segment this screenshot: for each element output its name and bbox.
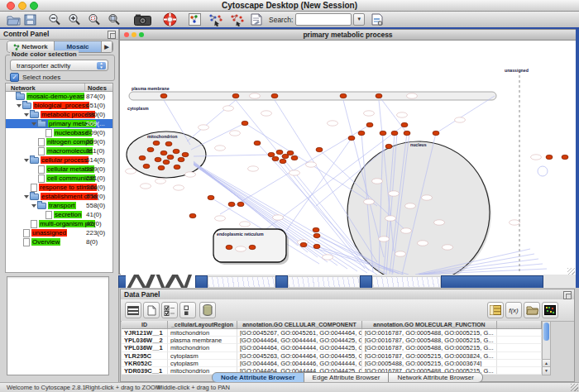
birdseye-navigator[interactable] — [7, 276, 109, 375]
graph-node[interactable] — [271, 93, 278, 98]
table-column-header[interactable]: _cellularLayoutRegion — [168, 321, 237, 329]
save-icon[interactable] — [24, 12, 36, 27]
table-cell[interactable]: [GO:0005488, GO:0005215, GO:0003674] — [362, 360, 497, 367]
table-cell[interactable]: YLR295C — [122, 352, 168, 360]
table-row[interactable]: YPL036W__2plasma membrane[GO:0044464, GO… — [122, 337, 542, 344]
minimized-window-chip[interactable] — [275, 275, 288, 288]
graph-node[interactable] — [158, 165, 165, 170]
import-attributes-icon[interactable] — [371, 12, 383, 27]
graph-node[interactable] — [189, 213, 196, 218]
snapshot-camera-icon[interactable] — [134, 12, 151, 27]
disclosure-triangle-icon[interactable] — [24, 195, 29, 198]
graph-node[interactable] — [208, 195, 214, 199]
scrollbar-thumb[interactable] — [543, 323, 549, 341]
table-cell[interactable]: [GO:0044464, GO:0044444, GO:0044425, G..… — [237, 337, 362, 344]
table-scrollbar[interactable]: ▲ ▼ — [542, 321, 551, 375]
tree-row[interactable]: cellular metabol209(0) — [6, 165, 112, 174]
table-column-header[interactable] — [497, 321, 542, 329]
disclosure-triangle-icon[interactable] — [24, 113, 29, 117]
import-folder-icon[interactable] — [524, 302, 540, 318]
graph-node[interactable] — [313, 227, 319, 232]
zoom-whole-network-icon[interactable] — [108, 12, 121, 27]
minimize-view-icon[interactable] — [132, 32, 136, 37]
table-cell[interactable]: YJR121W__1 — [122, 329, 168, 337]
table-cell[interactable]: [GO:0045267, GO:0045261, GO:0044464, G..… — [237, 329, 362, 337]
graph-node[interactable] — [348, 136, 355, 140]
table-cell[interactable]: YPL036W__2 — [122, 337, 168, 344]
zoom-in-icon[interactable] — [68, 12, 81, 27]
graph-node[interactable] — [153, 141, 160, 145]
table-cell[interactable] — [497, 360, 542, 367]
tree-row[interactable]: primary metabo209(... — [6, 119, 112, 128]
table-column-header[interactable]: ID — [122, 321, 168, 329]
tabs-overflow-arrow-icon[interactable]: ▶ — [102, 41, 112, 52]
table-cell[interactable]: [GO:0045263, GO:0044464, GO:0044455, G..… — [237, 352, 362, 360]
table-cell[interactable]: mitochondrion — [168, 329, 237, 337]
graph-node[interactable] — [340, 93, 347, 98]
background-network-thumbnail[interactable] — [288, 276, 360, 288]
graph-node[interactable] — [358, 131, 365, 135]
graph-node[interactable] — [155, 157, 161, 161]
graph-node[interactable] — [376, 93, 382, 98]
disclosure-triangle-icon[interactable] — [31, 122, 36, 126]
tree-row[interactable]: cellular process614(0) — [6, 155, 112, 165]
background-window-titlebar[interactable] — [441, 275, 543, 288]
table-cell[interactable] — [497, 337, 542, 344]
graph-node[interactable] — [272, 156, 279, 160]
graph-node[interactable] — [401, 122, 408, 127]
new-attribute-icon[interactable] — [143, 302, 160, 318]
table-cell[interactable]: [GO:0016787, GO:0005215, GO:0003824, G..… — [362, 352, 497, 360]
node-color-dropdown[interactable]: transporter activity ▲▼ — [10, 60, 108, 71]
disclosure-triangle-icon[interactable] — [17, 104, 22, 108]
table-cell[interactable]: [GO:0044464, GO:0044444, GO:0044425, G..… — [237, 344, 362, 351]
tree-row[interactable]: cell communicat221(0) — [6, 174, 112, 183]
attribute-table[interactable]: YJR121W__1mitochondrion[GO:0045267, GO:0… — [122, 329, 542, 375]
tree-row[interactable]: mosaic-demo-yeast874(0) — [6, 92, 112, 101]
graph-node[interactable] — [300, 242, 307, 246]
table-cell[interactable]: [GO:0016787, GO:0005488, GO:0005215, G..… — [362, 337, 497, 344]
disclosure-triangle-icon[interactable] — [24, 159, 29, 162]
table-cell[interactable]: [GO:0016787, GO:0005488, GO:0005215, G..… — [362, 344, 497, 351]
tree-row[interactable]: transport558(0) — [6, 201, 112, 210]
minimized-window-chip[interactable] — [360, 275, 372, 288]
open-icon[interactable] — [7, 12, 21, 27]
search-input[interactable] — [295, 13, 352, 26]
attribute-table-icon[interactable] — [125, 302, 141, 318]
tree-row[interactable]: metabolic process280(0) — [6, 110, 112, 119]
table-cell[interactable]: [GO:0044464, GO:0044446, GO:0044444, G..… — [237, 360, 362, 367]
table-cell[interactable]: plasma membrane — [168, 337, 237, 344]
graph-node[interactable] — [391, 131, 398, 135]
table-cell[interactable]: mitochondrion — [168, 344, 237, 351]
delete-attribute-icon[interactable] — [199, 302, 216, 318]
heatmap-icon[interactable] — [542, 302, 558, 318]
table-column-header[interactable]: annotation.GO CELLULAR_COMPONENT — [237, 321, 362, 329]
graph-node[interactable] — [291, 155, 298, 160]
graph-node[interactable] — [249, 245, 256, 249]
graph-node[interactable] — [287, 151, 294, 155]
create-network-view-icon[interactable] — [208, 12, 223, 27]
background-network-thumbnail[interactable] — [208, 276, 275, 288]
graph-node[interactable] — [404, 131, 410, 135]
graph-node[interactable] — [178, 157, 184, 161]
tree-row[interactable]: response to stimulu264(0) — [6, 183, 112, 192]
zoom-selected-region-icon[interactable] — [88, 12, 101, 27]
attribute-matrix-icon[interactable] — [487, 302, 504, 318]
float-panel-icon[interactable] — [563, 291, 572, 299]
table-row[interactable]: YJR121W__1mitochondrion[GO:0045267, GO:0… — [122, 329, 542, 337]
graph-node[interactable] — [237, 202, 244, 206]
help-lifering-icon[interactable] — [163, 12, 177, 27]
tree-row[interactable]: nitrogen compo209(0) — [6, 137, 112, 146]
select-node-attributes-icon[interactable] — [179, 302, 196, 318]
graph-node[interactable] — [276, 150, 283, 154]
table-column-header[interactable]: annotation.GO MOLECULAR_FUNCTION — [362, 321, 497, 329]
annotation-icon[interactable] — [251, 12, 262, 27]
table-cell[interactable] — [497, 352, 542, 360]
tree-row[interactable]: multi-organism pro42(0) — [6, 219, 112, 228]
table-cell[interactable]: YPL036W__1 — [122, 344, 168, 351]
birdseye-view-icon[interactable] — [189, 12, 201, 27]
graph-node[interactable] — [313, 233, 320, 237]
network-window-resize-grip[interactable] — [567, 268, 575, 275]
table-row[interactable]: YPL036W__1mitochondrion[GO:0044464, GO:0… — [122, 344, 542, 351]
disclosure-triangle-icon[interactable] — [31, 204, 36, 208]
graph-node[interactable] — [139, 155, 146, 160]
